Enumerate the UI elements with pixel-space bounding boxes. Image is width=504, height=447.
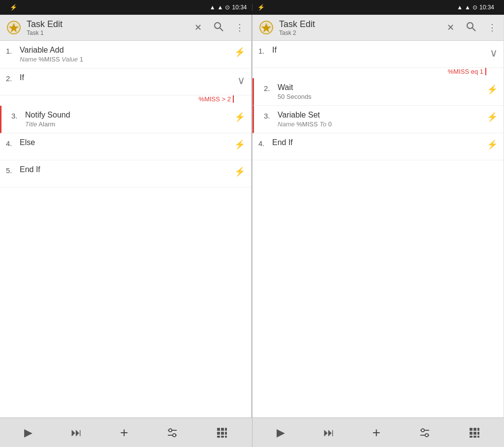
panel1-actions: ✕ ⋮ — [192, 20, 246, 36]
task2-item2-name: Wait — [278, 83, 483, 92]
panel1-search-btn[interactable] — [212, 20, 225, 36]
svg-rect-31 — [470, 436, 472, 438]
task2-item4-content: End If — [272, 138, 483, 147]
task2-item1-name: If — [272, 46, 486, 55]
task1-item4-lightning[interactable]: ⚡ — [234, 139, 245, 150]
task1-item2[interactable]: 2. If ∨ — [0, 68, 251, 95]
task1-item1-content: Variable Add Name %MISS Value 1 — [20, 46, 230, 63]
panel2-more-btn[interactable]: ⋮ — [486, 20, 499, 35]
signal-icon: ▲ — [218, 4, 223, 11]
task2-item3-lightning[interactable]: ⚡ — [487, 112, 498, 122]
alarm-icon-r: ⊙ — [472, 4, 477, 11]
task1-item2-name: If — [20, 73, 233, 82]
task1-item2-condition-row: %MISS > 2 — [0, 95, 251, 106]
task1-item4-content: Else — [20, 138, 230, 147]
skip-btn-1[interactable]: ⏭ — [68, 423, 85, 442]
grid-btn-2[interactable] — [466, 424, 483, 441]
task1-item5-name: End If — [20, 165, 230, 174]
task1-item5-number: 5. — [6, 166, 20, 175]
task2-item1-chevron[interactable]: ∨ — [490, 47, 498, 60]
svg-line-7 — [472, 28, 475, 31]
task1-item1[interactable]: 1. Variable Add Name %MISS Value 1 ⚡ — [0, 41, 251, 68]
status-right: ⚡ ▲ ▲ ⊙ 10:34 — [252, 4, 500, 11]
time-right: 10:34 — [479, 4, 494, 11]
task2-item1-condition-row: %MISS eq 1 — [252, 68, 504, 78]
task2-item1-content: If — [272, 46, 486, 55]
svg-rect-28 — [470, 432, 472, 435]
slider-btn-1[interactable] — [163, 424, 181, 442]
play-btn-2[interactable]: ▶ — [274, 423, 288, 442]
svg-rect-17 — [225, 432, 227, 435]
task2-item4-lightning[interactable]: ⚡ — [487, 139, 498, 150]
task2-item4[interactable]: 4. End If ⚡ — [252, 133, 504, 160]
bottom-bars: ▶ ⏭ + ▶ ⏭ — [0, 417, 504, 447]
task1-item3-detail: Title Alarm — [25, 120, 230, 128]
add-btn-1[interactable]: + — [117, 422, 131, 444]
task1-item3-content: Notify Sound Title Alarm — [25, 111, 230, 128]
task1-item5-content: End If — [20, 165, 230, 174]
task1-item2-chevron[interactable]: ∨ — [237, 74, 245, 87]
task2-item3-name: Variable Set — [278, 111, 483, 119]
signal-icon-r: ▲ — [465, 4, 471, 11]
task1-item3-lightning[interactable]: ⚡ — [234, 112, 245, 122]
panel1-more-btn[interactable]: ⋮ — [233, 20, 246, 35]
svg-rect-16 — [221, 432, 224, 435]
task2-item4-name: End If — [272, 138, 483, 147]
grid-btn-1[interactable] — [214, 424, 230, 441]
task1-item3-name: Notify Sound — [25, 111, 230, 119]
status-bar: ⚡ ▲ ▲ ⊙ 10:34 ⚡ ▲ ▲ ⊙ 10:34 — [0, 0, 504, 15]
slider-btn-2[interactable] — [416, 424, 434, 442]
time-left: 10:34 — [232, 4, 247, 11]
panel2-actions: ✕ ⋮ — [445, 20, 499, 36]
panel-task1: Task Edit Task 1 ✕ ⋮ 1. Variable Add — [0, 15, 252, 417]
flash-icon-left: ⚡ — [10, 4, 17, 11]
alarm-icon: ⊙ — [225, 4, 230, 11]
task2-item2[interactable]: 2. Wait 50 Seconds ⚡ — [252, 78, 504, 106]
task1-item3[interactable]: 3. Notify Sound Title Alarm ⚡ — [0, 106, 251, 133]
svg-line-3 — [220, 28, 223, 31]
status-icons-right: ▲ ▲ ⊙ 10:34 — [457, 4, 494, 11]
task1-item1-lightning[interactable]: ⚡ — [234, 47, 245, 58]
svg-point-6 — [467, 23, 473, 29]
task1-item5[interactable]: 5. End If ⚡ — [0, 160, 251, 187]
svg-rect-30 — [477, 432, 479, 435]
panel1-header: Task Edit Task 1 ✕ ⋮ — [0, 15, 251, 41]
task1-item4[interactable]: 4. Else ⚡ — [0, 133, 251, 160]
panel2-search-btn[interactable] — [464, 20, 478, 36]
svg-rect-13 — [221, 428, 224, 431]
panel2-subtitle: Task 2 — [279, 30, 441, 36]
panel1-titles: Task Edit Task 1 — [27, 19, 189, 36]
svg-rect-32 — [473, 436, 476, 438]
panel2-title: Task Edit — [279, 19, 441, 30]
svg-rect-26 — [473, 428, 476, 431]
panel2-task-list: 1. If ∨ %MISS eq 1 2. Wait 50 Seconds ⚡ — [252, 41, 504, 417]
task2-item3-content: Variable Set Name %MISS To 0 — [278, 111, 483, 128]
svg-rect-27 — [477, 428, 479, 431]
svg-point-22 — [421, 429, 424, 432]
panel1-title: Task Edit — [27, 19, 189, 30]
task1-item5-lightning[interactable]: ⚡ — [234, 166, 245, 177]
task2-item3[interactable]: 3. Variable Set Name %MISS To 0 ⚡ — [252, 106, 504, 133]
status-left: ⚡ ▲ ▲ ⊙ 10:34 — [5, 4, 252, 11]
panel1-task-list: 1. Variable Add Name %MISS Value 1 ⚡ 2. … — [0, 41, 251, 417]
svg-rect-25 — [470, 428, 472, 431]
skip-btn-2[interactable]: ⏭ — [320, 423, 337, 442]
panel2-titles: Task Edit Task 2 — [279, 19, 441, 36]
add-btn-2[interactable]: + — [370, 422, 383, 444]
task2-item1[interactable]: 1. If ∨ — [252, 41, 504, 68]
panel1-subtitle: Task 1 — [27, 30, 189, 36]
panel2-close-btn[interactable]: ✕ — [445, 20, 456, 35]
svg-rect-19 — [221, 436, 224, 438]
task1-item3-number: 3. — [11, 112, 25, 120]
svg-point-11 — [173, 434, 176, 437]
play-btn-1[interactable]: ▶ — [21, 423, 35, 442]
task2-item2-lightning[interactable]: ⚡ — [487, 84, 498, 95]
status-icons-left: ▲ ▲ ⊙ 10:34 — [210, 4, 247, 11]
task1-item2-number: 2. — [6, 74, 20, 83]
svg-rect-14 — [225, 428, 227, 431]
svg-point-24 — [425, 434, 428, 437]
panel1-close-btn[interactable]: ✕ — [192, 20, 204, 35]
flash-icon-right: ⚡ — [257, 4, 265, 11]
task1-item1-number: 1. — [6, 47, 20, 55]
task2-item2-content: Wait 50 Seconds — [278, 83, 483, 100]
